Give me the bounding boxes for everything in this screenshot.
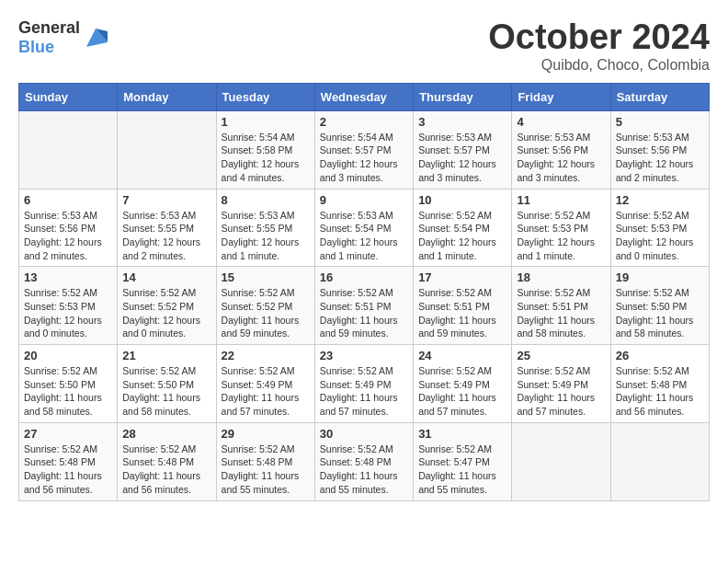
calendar-cell: 7Sunrise: 5:53 AMSunset: 5:55 PMDaylight… — [118, 189, 216, 267]
week-row-1: 1Sunrise: 5:54 AMSunset: 5:58 PMDaylight… — [19, 110, 710, 189]
day-info: Sunrise: 5:52 AMSunset: 5:53 PMDaylight:… — [517, 209, 605, 263]
weekday-header-friday: Friday — [512, 83, 610, 110]
week-row-2: 6Sunrise: 5:53 AMSunset: 5:56 PMDaylight… — [19, 189, 710, 267]
calendar-cell: 9Sunrise: 5:53 AMSunset: 5:54 PMDaylight… — [314, 189, 413, 267]
logo-blue: Blue — [18, 38, 54, 56]
calendar-cell: 16Sunrise: 5:52 AMSunset: 5:51 PMDayligh… — [314, 267, 413, 345]
day-info: Sunrise: 5:52 AMSunset: 5:53 PMDaylight:… — [24, 286, 112, 340]
day-number: 18 — [517, 270, 605, 284]
day-number: 25 — [517, 349, 605, 362]
day-number: 8 — [222, 193, 310, 207]
calendar-cell: 23Sunrise: 5:52 AMSunset: 5:49 PMDayligh… — [314, 345, 413, 423]
day-info: Sunrise: 5:52 AMSunset: 5:51 PMDaylight:… — [418, 286, 506, 340]
calendar-cell: 19Sunrise: 5:52 AMSunset: 5:50 PMDayligh… — [610, 267, 709, 345]
day-info: Sunrise: 5:52 AMSunset: 5:51 PMDaylight:… — [517, 286, 605, 340]
day-info: Sunrise: 5:52 AMSunset: 5:49 PMDaylight:… — [222, 364, 310, 419]
week-row-4: 20Sunrise: 5:52 AMSunset: 5:50 PMDayligh… — [19, 345, 710, 423]
calendar-cell — [19, 110, 118, 189]
day-info: Sunrise: 5:52 AMSunset: 5:50 PMDaylight:… — [616, 286, 704, 340]
day-info: Sunrise: 5:53 AMSunset: 5:55 PMDaylight:… — [122, 209, 210, 263]
day-number: 29 — [222, 427, 310, 441]
day-info: Sunrise: 5:52 AMSunset: 5:53 PMDaylight:… — [616, 209, 704, 263]
calendar-cell: 31Sunrise: 5:52 AMSunset: 5:47 PMDayligh… — [414, 422, 512, 500]
calendar-cell: 26Sunrise: 5:52 AMSunset: 5:48 PMDayligh… — [610, 345, 709, 423]
day-info: Sunrise: 5:52 AMSunset: 5:54 PMDaylight:… — [418, 209, 506, 263]
calendar-cell: 20Sunrise: 5:52 AMSunset: 5:50 PMDayligh… — [19, 345, 118, 423]
weekday-header-tuesday: Tuesday — [216, 83, 314, 110]
logo-icon — [82, 24, 109, 52]
day-number: 9 — [320, 193, 408, 207]
calendar-cell — [512, 422, 610, 500]
calendar-cell: 3Sunrise: 5:53 AMSunset: 5:57 PMDaylight… — [414, 110, 512, 189]
day-number: 6 — [24, 193, 112, 207]
page-header: General Blue October 2024 Quibdo, Choco,… — [18, 18, 710, 74]
day-number: 19 — [616, 270, 704, 284]
day-info: Sunrise: 5:52 AMSunset: 5:52 PMDaylight:… — [222, 286, 310, 340]
day-number: 17 — [418, 270, 506, 284]
day-info: Sunrise: 5:54 AMSunset: 5:57 PMDaylight:… — [320, 131, 408, 185]
weekday-header-row: SundayMondayTuesdayWednesdayThursdayFrid… — [19, 83, 710, 110]
weekday-header-sunday: Sunday — [19, 83, 118, 110]
weekday-header-monday: Monday — [118, 83, 216, 110]
day-number: 26 — [616, 349, 704, 362]
day-number: 20 — [24, 349, 112, 362]
day-number: 4 — [517, 115, 605, 129]
weekday-header-saturday: Saturday — [610, 83, 709, 110]
day-info: Sunrise: 5:53 AMSunset: 5:56 PMDaylight:… — [24, 209, 112, 263]
day-info: Sunrise: 5:52 AMSunset: 5:50 PMDaylight:… — [122, 364, 210, 419]
day-number: 21 — [122, 349, 210, 362]
calendar-cell: 28Sunrise: 5:52 AMSunset: 5:48 PMDayligh… — [118, 422, 216, 500]
location: Quibdo, Choco, Colombia — [488, 57, 710, 74]
calendar-table: SundayMondayTuesdayWednesdayThursdayFrid… — [18, 83, 710, 501]
day-info: Sunrise: 5:52 AMSunset: 5:47 PMDaylight:… — [418, 442, 506, 497]
day-number: 22 — [222, 349, 310, 362]
day-number: 3 — [418, 115, 506, 129]
week-row-3: 13Sunrise: 5:52 AMSunset: 5:53 PMDayligh… — [19, 267, 710, 345]
day-number: 28 — [122, 427, 210, 441]
day-number: 13 — [24, 270, 112, 284]
calendar-cell: 1Sunrise: 5:54 AMSunset: 5:58 PMDaylight… — [216, 110, 314, 189]
calendar-cell: 30Sunrise: 5:52 AMSunset: 5:48 PMDayligh… — [314, 422, 413, 500]
weekday-header-thursday: Thursday — [414, 83, 512, 110]
day-info: Sunrise: 5:52 AMSunset: 5:51 PMDaylight:… — [320, 286, 408, 340]
weekday-header-wednesday: Wednesday — [314, 83, 413, 110]
day-info: Sunrise: 5:52 AMSunset: 5:49 PMDaylight:… — [320, 364, 408, 419]
day-info: Sunrise: 5:52 AMSunset: 5:48 PMDaylight:… — [320, 442, 408, 497]
day-info: Sunrise: 5:53 AMSunset: 5:54 PMDaylight:… — [320, 209, 408, 263]
calendar-cell: 11Sunrise: 5:52 AMSunset: 5:53 PMDayligh… — [512, 189, 610, 267]
calendar-cell: 12Sunrise: 5:52 AMSunset: 5:53 PMDayligh… — [610, 189, 709, 267]
day-number: 23 — [320, 349, 408, 362]
calendar-cell: 4Sunrise: 5:53 AMSunset: 5:56 PMDaylight… — [512, 110, 610, 189]
day-number: 5 — [616, 115, 704, 129]
month-title: October 2024 — [488, 18, 710, 57]
calendar-cell — [610, 422, 709, 500]
calendar-cell: 13Sunrise: 5:52 AMSunset: 5:53 PMDayligh… — [19, 267, 118, 345]
calendar-cell: 2Sunrise: 5:54 AMSunset: 5:57 PMDaylight… — [314, 110, 413, 189]
day-info: Sunrise: 5:52 AMSunset: 5:50 PMDaylight:… — [24, 364, 112, 419]
day-number: 16 — [320, 270, 408, 284]
day-number: 14 — [122, 270, 210, 284]
day-number: 2 — [320, 115, 408, 129]
day-number: 30 — [320, 427, 408, 441]
day-info: Sunrise: 5:53 AMSunset: 5:55 PMDaylight:… — [222, 209, 310, 263]
day-info: Sunrise: 5:54 AMSunset: 5:58 PMDaylight:… — [222, 131, 310, 185]
calendar-cell: 21Sunrise: 5:52 AMSunset: 5:50 PMDayligh… — [118, 345, 216, 423]
day-info: Sunrise: 5:53 AMSunset: 5:56 PMDaylight:… — [517, 131, 605, 185]
day-info: Sunrise: 5:53 AMSunset: 5:57 PMDaylight:… — [418, 131, 506, 185]
calendar-cell: 18Sunrise: 5:52 AMSunset: 5:51 PMDayligh… — [512, 267, 610, 345]
day-info: Sunrise: 5:52 AMSunset: 5:49 PMDaylight:… — [418, 364, 506, 419]
calendar-cell: 29Sunrise: 5:52 AMSunset: 5:48 PMDayligh… — [216, 422, 314, 500]
day-info: Sunrise: 5:52 AMSunset: 5:52 PMDaylight:… — [122, 286, 210, 340]
day-info: Sunrise: 5:53 AMSunset: 5:56 PMDaylight:… — [616, 131, 704, 185]
day-info: Sunrise: 5:52 AMSunset: 5:48 PMDaylight:… — [122, 442, 210, 497]
calendar-cell: 22Sunrise: 5:52 AMSunset: 5:49 PMDayligh… — [216, 345, 314, 423]
calendar-cell: 15Sunrise: 5:52 AMSunset: 5:52 PMDayligh… — [216, 267, 314, 345]
day-number: 7 — [122, 193, 210, 207]
calendar-cell: 27Sunrise: 5:52 AMSunset: 5:48 PMDayligh… — [19, 422, 118, 500]
day-number: 24 — [418, 349, 506, 362]
day-number: 31 — [418, 427, 506, 441]
day-number: 15 — [222, 270, 310, 284]
day-number: 10 — [418, 193, 506, 207]
day-number: 11 — [517, 193, 605, 207]
calendar-cell: 17Sunrise: 5:52 AMSunset: 5:51 PMDayligh… — [414, 267, 512, 345]
